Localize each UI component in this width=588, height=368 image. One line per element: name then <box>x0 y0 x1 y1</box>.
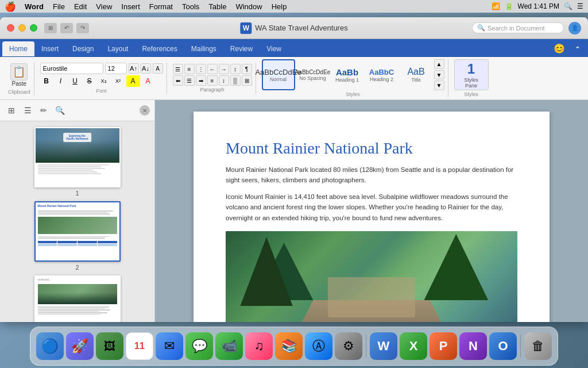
ribbon-collapse[interactable]: ⌃ <box>570 43 586 56</box>
tab-view[interactable]: View <box>260 41 288 56</box>
style-normal[interactable]: AaBbCcDdEe Normal <box>262 59 295 90</box>
page-3-thumbnail[interactable]: continued... <box>6 275 149 322</box>
document-page: Mount Rainier National Park Mount Rainie… <box>194 112 550 322</box>
justify-button[interactable]: ≡ <box>207 75 218 86</box>
tab-insert[interactable]: Insert <box>34 41 65 56</box>
dock-onenote[interactable]: N <box>459 332 487 360</box>
dock-facetime[interactable]: 📹 <box>215 332 243 360</box>
apple-menu[interactable]: 🍎 <box>5 1 16 12</box>
decrease-font-button[interactable]: A↓ <box>141 63 151 74</box>
align-left-button[interactable]: ⬅ <box>173 75 183 86</box>
help-menu[interactable]: Help <box>268 2 291 12</box>
edit-view-button[interactable]: ✏ <box>37 103 51 117</box>
dock-outlook[interactable]: O <box>489 332 517 360</box>
dock-word[interactable]: W <box>370 332 397 360</box>
shading-button[interactable]: ▒ <box>230 75 241 86</box>
style-heading1[interactable]: AaBb Heading 1 <box>331 59 364 90</box>
highlight-button[interactable]: A <box>126 75 140 87</box>
title-right: 🔍 Search in Document 👤 <box>472 22 581 34</box>
ordered-list-button[interactable]: ≡ <box>184 64 195 74</box>
tab-references[interactable]: References <box>135 41 184 56</box>
tab-review[interactable]: Review <box>223 41 260 56</box>
app-name-menu[interactable]: Word <box>21 2 48 12</box>
style-title[interactable]: AaB Title <box>400 59 433 90</box>
italic-button[interactable]: I <box>55 75 67 87</box>
line-spacing-button[interactable]: ↕ <box>219 75 229 86</box>
redo-icon[interactable]: ↷ <box>76 23 89 33</box>
unordered-list-button[interactable]: ☰ <box>173 64 183 74</box>
dock-mail[interactable]: ✉ <box>156 332 183 360</box>
tab-home[interactable]: Home <box>2 41 34 56</box>
dock-messages[interactable]: 💬 <box>185 332 213 360</box>
tools-menu[interactable]: Tools <box>178 2 203 12</box>
borders-button[interactable]: ⊞ <box>242 75 252 86</box>
dock-music[interactable]: ♫ <box>245 332 273 360</box>
document-area[interactable]: Mount Rainier National Park Mount Rainie… <box>155 100 588 322</box>
format-menu[interactable]: Format <box>145 2 177 12</box>
dock-books[interactable]: 📚 <box>275 332 303 360</box>
search-box[interactable]: 🔍 Search in Document <box>472 22 564 33</box>
dock-excel[interactable]: X <box>400 332 427 360</box>
notification-icon[interactable]: ☰ <box>577 2 583 10</box>
window-menu[interactable]: Window <box>231 2 266 12</box>
dock-settings[interactable]: ⚙ <box>335 332 362 360</box>
clipboard-group: 📋 Paste Clipboard <box>5 62 34 95</box>
dock-launchpad[interactable]: 🚀 <box>66 332 94 360</box>
align-right-button[interactable]: ➡ <box>196 75 206 86</box>
dock-powerpoint[interactable]: P <box>430 332 457 360</box>
underline-button[interactable]: U <box>69 75 82 87</box>
thumbnails-button[interactable]: ⊞ <box>5 103 18 117</box>
font-size-input[interactable] <box>105 63 127 74</box>
emoji-button[interactable]: 😊 <box>549 41 570 56</box>
text-color-button[interactable]: A <box>142 75 154 87</box>
indent-decrease-button[interactable]: ← <box>207 64 218 74</box>
style-heading2[interactable]: AaBbC Heading 2 <box>365 59 399 90</box>
increase-font-button[interactable]: A↑ <box>129 63 139 74</box>
word-window: ⊞ ↶ ↷ W WA State Travel Adventures 🔍 Sea… <box>0 17 588 322</box>
search-sidebar-button[interactable]: 🔍 <box>53 103 67 117</box>
user-avatar[interactable]: 👤 <box>568 22 581 34</box>
list-view-button[interactable]: ☰ <box>21 103 34 117</box>
close-sidebar-button[interactable]: ✕ <box>140 105 150 116</box>
font-color-button[interactable]: A <box>153 63 163 74</box>
styles-pane-button[interactable]: 1 StylesPane <box>454 59 489 90</box>
styles-nav-up[interactable]: ▲ <box>434 59 444 69</box>
font-name-input[interactable] <box>40 63 103 74</box>
table-menu[interactable]: Table <box>204 2 230 12</box>
multilevel-list-button[interactable]: ⋮ <box>196 64 206 74</box>
pilcrow-button[interactable]: ¶ <box>242 64 252 74</box>
dock-appstore[interactable]: Ⓐ <box>305 332 332 360</box>
view-menu[interactable]: View <box>92 2 116 12</box>
dock-finder[interactable]: 🔵 <box>36 332 64 360</box>
page-1-thumbnail[interactable]: Exploring the Pacific Northwest <box>6 127 149 197</box>
edit-menu[interactable]: Edit <box>70 2 91 12</box>
close-button[interactable] <box>7 24 14 32</box>
dock-photos[interactable]: 🖼 <box>96 332 123 360</box>
undo-icon[interactable]: ↶ <box>60 23 73 33</box>
tab-layout[interactable]: Layout <box>100 41 135 56</box>
sort-button[interactable]: ↕ <box>230 64 241 74</box>
search-icon[interactable]: 🔍 <box>564 2 572 10</box>
paste-button[interactable]: 📋 Paste <box>8 62 30 88</box>
styles-more[interactable]: ▼ <box>434 80 444 90</box>
styles-nav-down[interactable]: ▼ <box>434 70 444 80</box>
file-menu[interactable]: File <box>49 2 69 12</box>
subscript-button[interactable]: X₂ <box>98 75 110 87</box>
maximize-button[interactable] <box>30 24 37 32</box>
sidebar-toggle-icon[interactable]: ⊞ <box>44 23 57 33</box>
minimize-button[interactable] <box>18 24 26 32</box>
align-center-button[interactable]: ☰ <box>184 75 195 86</box>
indent-increase-button[interactable]: → <box>219 64 229 74</box>
superscript-button[interactable]: X² <box>112 75 125 87</box>
dock-trash[interactable]: 🗑 <box>524 332 552 360</box>
strikethrough-button[interactable]: S <box>83 75 96 87</box>
tab-mailings[interactable]: Mailings <box>184 41 223 56</box>
style-no-spacing[interactable]: AaBbCcDdEe No Spacing <box>296 59 330 90</box>
tab-design[interactable]: Design <box>65 41 100 56</box>
page-2-thumbnail[interactable]: Mount Rainier National Park <box>6 201 149 271</box>
page2-landscape <box>38 217 117 234</box>
dock-calendar[interactable]: 11 <box>126 332 153 360</box>
insert-menu[interactable]: Insert <box>117 2 144 12</box>
bold-button[interactable]: B <box>40 75 53 87</box>
document-image <box>226 231 517 322</box>
